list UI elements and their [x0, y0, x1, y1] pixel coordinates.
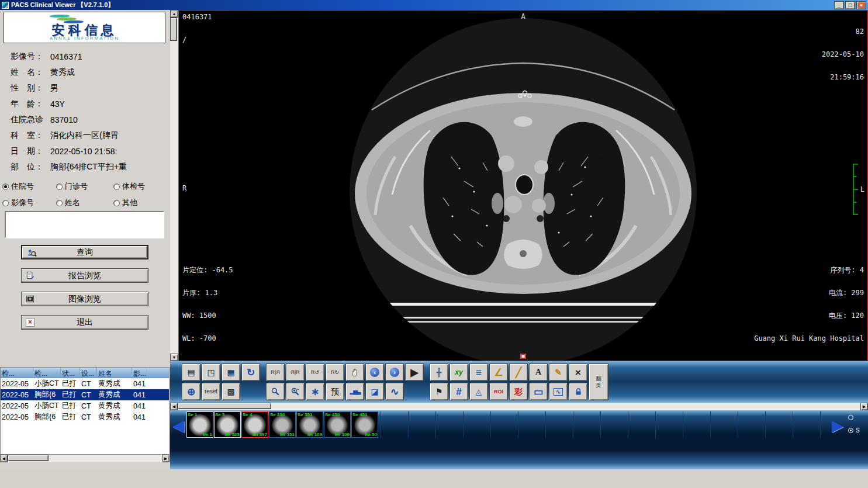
thumbnail[interactable]: Se 351Im 109: [296, 411, 323, 438]
minimize-button[interactable]: _: [834, 1, 844, 9]
thumbnail[interactable]: Se 450Im 109: [324, 411, 351, 438]
delete-icon: ×: [575, 368, 581, 378]
link-prev-button[interactable]: ‹: [365, 364, 384, 381]
table-row[interactable]: 2022-05胸部{6已打CT黄秀成041: [1, 411, 169, 423]
overlay-image-no: 0416371: [182, 13, 212, 21]
grid-overlay-button[interactable]: #: [449, 383, 468, 400]
text-annotation-button[interactable]: A: [529, 364, 548, 381]
rotate-icon: ↻: [247, 368, 255, 378]
rotate-right-button[interactable]: R↻: [326, 364, 344, 381]
radio-inpatient-no[interactable]: 住院号: [2, 182, 56, 191]
preview-button[interactable]: 预: [326, 383, 344, 400]
scroll-left-icon[interactable]: ◀: [0, 455, 8, 462]
scroll-thumb[interactable]: [178, 403, 271, 409]
viewer-hscrollbar[interactable]: ◀ ▶: [170, 403, 868, 410]
curve-button[interactable]: ∿: [385, 383, 404, 400]
close-button[interactable]: ×: [856, 1, 866, 9]
flip-horizontal-button[interactable]: R|Я: [266, 364, 285, 381]
angle-button[interactable]: ∠: [489, 364, 508, 381]
crosshair-button[interactable]: ╋: [430, 364, 448, 381]
query-button[interactable]: 查询: [21, 245, 148, 259]
roi-button[interactable]: ROI: [489, 383, 508, 400]
radio-name[interactable]: 姓名: [56, 198, 113, 207]
thumbs-next-icon[interactable]: ▶: [832, 415, 843, 436]
rect-roi-button[interactable]: ▭: [529, 383, 548, 400]
marker-button[interactable]: ✎: [549, 364, 568, 381]
rotate-left-button[interactable]: R↺: [306, 364, 324, 381]
grid-layout-icon: ▦: [227, 368, 234, 376]
pseudocolor-button[interactable]: 彩: [509, 383, 528, 400]
tile-button[interactable]: ▩: [222, 383, 240, 400]
link-prev-icon: ‹: [370, 368, 379, 377]
page-turn-button[interactable]: 翻页: [589, 364, 608, 400]
lock-button[interactable]: [569, 383, 587, 400]
thumb-page-radio-label: S: [856, 427, 860, 434]
overlay-top-right: 82 2022-05-10 21:59:16: [822, 13, 864, 96]
coordinates-button[interactable]: xy: [449, 364, 468, 381]
image-browse-label: 图像浏览: [68, 294, 101, 304]
scout-line-button[interactable]: ⚑: [430, 383, 448, 400]
thumbnail[interactable]: Se 451Im 50: [351, 411, 378, 438]
profile-line-button[interactable]: ≡: [469, 364, 488, 381]
title-bar[interactable]: PACS Clinical Viewer 【V2.7.1.0】 _ □ ×: [0, 0, 868, 10]
magnify-icon: [291, 387, 300, 396]
scroll-thumb[interactable]: [170, 18, 177, 41]
page-layout-button[interactable]: ◳: [202, 364, 220, 381]
localizer-button[interactable]: ⊕: [182, 383, 200, 400]
scroll-right-icon[interactable]: ▶: [162, 455, 170, 462]
scroll-up-icon[interactable]: ▲: [170, 10, 178, 18]
table-row-selected[interactable]: 2022-05胸部{6已打CT黄秀成041: [1, 389, 169, 400]
report-browse-button[interactable]: 报告浏览: [21, 268, 148, 283]
reset-button[interactable]: reset: [202, 383, 220, 400]
triangle-icon: ◬: [476, 387, 482, 396]
thumb-page-radio-1[interactable]: [848, 415, 853, 420]
radio-outpatient-no[interactable]: 门诊号: [56, 182, 113, 191]
fill-button[interactable]: ◪: [365, 383, 384, 400]
cine-play-button[interactable]: ▶: [405, 364, 424, 381]
grid-layout-button[interactable]: ▦: [222, 364, 240, 381]
search-input[interactable]: [5, 211, 164, 238]
scroll-down-icon[interactable]: ▼: [170, 354, 178, 361]
image-browse-button[interactable]: 图像浏览: [21, 292, 148, 306]
exit-button[interactable]: × 退出: [21, 315, 148, 330]
thumbs-prev-icon[interactable]: ◀: [172, 415, 184, 436]
zoom-icon: [271, 387, 280, 396]
scroll-left-icon[interactable]: ◀: [170, 403, 178, 410]
thumbnail[interactable]: Se 1Im 1: [186, 411, 213, 438]
viewer-vscrollbar[interactable]: ▲ ▼: [170, 10, 178, 361]
radio-exam-no[interactable]: 体检号: [113, 182, 166, 191]
enhance-button[interactable]: ∗: [306, 383, 324, 400]
ecg-curve-button[interactable]: ∿: [549, 383, 568, 400]
radio-other[interactable]: 其他: [113, 198, 166, 207]
calibration-button[interactable]: ◬: [469, 383, 488, 400]
slice-slider-handle[interactable]: [521, 354, 526, 359]
patient-date: 日 期：2022-05-10 21:58:: [11, 143, 167, 159]
flip-vertical-button[interactable]: Я|R: [286, 364, 305, 381]
layout-button[interactable]: ▤: [182, 364, 200, 381]
thumbnail[interactable]: Se 350Im 151: [269, 411, 296, 438]
thumbnail[interactable]: Se 3Im 525: [214, 411, 241, 438]
thumb-page-radio-2[interactable]: [848, 428, 853, 433]
patient-age: 年 龄：43Y: [11, 96, 167, 112]
results-hscrollbar[interactable]: ◀ ▶: [0, 455, 170, 462]
histogram-button[interactable]: ▂▅▃: [345, 383, 364, 400]
rotate-button[interactable]: ↻: [241, 364, 260, 381]
scroll-thumb[interactable]: [8, 455, 49, 461]
link-next-button[interactable]: ›: [385, 364, 404, 381]
radio-image-no[interactable]: 影像号: [2, 198, 56, 207]
zoom-button[interactable]: [266, 383, 285, 400]
delete-annotation-button[interactable]: ×: [569, 364, 587, 381]
roi-label: ROI: [494, 389, 503, 394]
table-row[interactable]: 2022-05小肠CT已打CT黄秀成041: [1, 400, 169, 411]
logo-text-en: ANNKE INFORMATION: [4, 36, 165, 41]
table-row[interactable]: 2022-05小肠CT已打CT黄秀成041: [1, 378, 169, 389]
thumbnail-selected[interactable]: Se 4Im 397: [241, 411, 268, 438]
scroll-right-icon[interactable]: ▶: [860, 403, 868, 410]
maximize-button[interactable]: □: [845, 1, 855, 9]
exit-icon: ×: [26, 318, 34, 327]
pan-button[interactable]: [345, 364, 364, 381]
ruler-button[interactable]: ╱: [509, 364, 528, 381]
image-viewport[interactable]: 0416371 / A R L 82 2022-05-10 21:59:16 片…: [178, 10, 868, 361]
magnify-button[interactable]: [286, 383, 305, 400]
patient-admission-no: 住院急诊837010: [11, 112, 167, 127]
